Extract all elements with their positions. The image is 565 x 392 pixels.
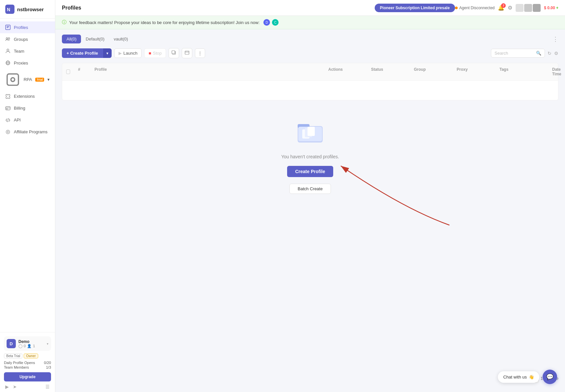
sidebar-item-billing[interactable]: Billing [0,102,55,114]
tab-vault[interactable]: vault(0) [109,35,132,43]
user-section[interactable]: D Demo ◯ 0 👤 1 ▾ [4,336,51,351]
column-settings-icon[interactable]: ⚙ [554,51,558,56]
sidebar-item-groups[interactable]: Groups [0,33,55,45]
rpa-icon [5,72,20,87]
sidebar-item-proxies[interactable]: Proxies [0,57,55,69]
menu-icon[interactable]: ☰ [45,384,50,389]
banner-links: D C [263,19,279,26]
stop-icon: ■ [148,51,151,56]
th-tags: Tags [496,66,548,78]
table-body [62,81,558,100]
more-options-button[interactable]: ⋮ [195,48,205,58]
sidebar-bottom: D Demo ◯ 0 👤 1 ▾ Beta Trial Owner [0,332,55,392]
affiliate-icon [5,129,11,135]
sidebar-item-api-label: API [14,118,21,122]
th-datetime: Date Time [548,66,558,78]
user-avatar: D [7,339,16,348]
svg-point-18 [7,131,9,133]
empty-actions: Create Profile [287,166,333,180]
topbar: Profiles Pioneer Subscription Limited pr… [55,0,565,16]
sidebar-item-api[interactable]: API [0,114,55,126]
sidebar-item-rpa-label: RPA [24,77,32,82]
empty-folder-icon [297,120,323,149]
sidebar-item-team[interactable]: Team [0,45,55,57]
th-status: Status [367,66,410,78]
notification-count: 7 [501,3,506,8]
svg-rect-13 [6,107,10,110]
svg-text:N: N [7,7,10,12]
window-icon [185,50,189,55]
sidebar-item-extensions-label: Extensions [14,94,35,99]
svg-rect-15 [6,109,8,109]
annotation-arrow [337,156,456,228]
discord-banner-link[interactable]: D [263,19,270,26]
svg-point-7 [7,49,9,51]
svg-point-6 [8,38,10,39]
upgrade-button[interactable]: Upgrade [4,372,51,381]
create-profile-dropdown-button[interactable]: ▾ [103,48,112,58]
sidebar-item-rpa[interactable]: RPA Trial ▾ [0,69,55,91]
window-icon-button[interactable] [182,48,192,58]
svg-rect-28 [308,127,315,136]
user-chevron-icon: ▾ [47,342,48,346]
sidebar-item-affiliate[interactable]: Affiliate Programs [0,126,55,138]
beta-trial-tag: Beta Trial [4,353,22,358]
tab-all[interactable]: All(0) [62,35,81,43]
agent-dot-icon [455,7,458,9]
svg-rect-4 [7,27,9,28]
copy-icon-button[interactable] [169,48,179,58]
th-profile: Profile [91,66,324,78]
create-profile-group: + Create Profile ▾ [62,48,112,58]
profiles-toolbar: + Create Profile ▾ ▶ Launch ■ Stop [62,48,558,58]
select-all-checkbox[interactable] [66,69,70,74]
search-box: 🔍 [491,49,545,58]
table-header: # Profile Actions Status Group Proxy Tag… [62,63,558,81]
owner-tag: Owner [24,353,38,358]
notification-bell[interactable]: 🔔 7 [498,5,504,11]
daily-opens-row: Daily Profile Opens 0/20 [4,360,51,365]
avatar-small-2 [524,4,532,12]
extensions-icon [5,94,11,99]
empty-batch-create-button[interactable]: Batch Create [289,184,331,194]
empty-state-text: You haven't created profiles. [281,154,339,159]
sidebar-item-profiles-label: Profiles [14,25,28,30]
stop-button[interactable]: ■ Stop [144,48,166,58]
chat-banner-link[interactable]: C [272,19,279,26]
user-meta-icons: ◯ 0 👤 1 [18,344,44,348]
sidebar-item-extensions[interactable]: Extensions [0,91,55,102]
launch-label: Launch [123,51,138,56]
sidebar-logo: N nstbrowser [0,0,55,19]
telegram-icon[interactable]: ➤ [13,384,17,389]
chat-button[interactable]: 💬 [543,370,557,384]
topbar-right: Agent Disconnected 🔔 7 ⚙ $ 0.00 + [455,4,558,12]
sidebar-item-profiles[interactable]: Profiles [0,21,55,33]
th-checkbox[interactable] [62,66,74,78]
svg-point-5 [6,38,8,39]
search-input[interactable] [495,51,534,56]
proxies-icon [5,60,11,65]
chat-label-text: Chat with us [503,375,527,379]
copy-icon [172,50,176,55]
settings-topbar-icon[interactable]: ⚙ [508,5,512,11]
app-name: nstbrowser [17,7,44,12]
team-members-row: Team Members 1/3 [4,365,51,370]
refresh-icon[interactable]: ↻ [548,51,552,56]
info-icon: ⓘ [62,19,67,25]
create-profile-button[interactable]: + Create Profile [62,48,103,58]
avatar-small-3 [533,4,541,12]
tab-default[interactable]: Default(0) [81,35,109,43]
pioneer-button[interactable]: Pioneer Subscription Limited presale [375,4,455,12]
agent-status: Agent Disconnected [455,6,495,10]
launch-button[interactable]: ▶ Launch [114,48,142,58]
discord-icon[interactable]: ▶ [5,384,9,389]
play-icon: ▶ [119,51,122,56]
th-group: Group [410,66,453,78]
svg-point-12 [11,78,14,81]
sidebar-footer-icons: ▶ ➤ ☰ [4,381,51,389]
agent-status-label: Agent Disconnected [459,6,495,10]
balance: $ 0.00 + [544,6,558,10]
tabs-more-icon[interactable]: ⋮ [552,36,558,42]
user-avatar-group [516,4,541,12]
empty-create-profile-button[interactable]: Create Profile [287,166,333,177]
stop-label: Stop [153,51,162,56]
